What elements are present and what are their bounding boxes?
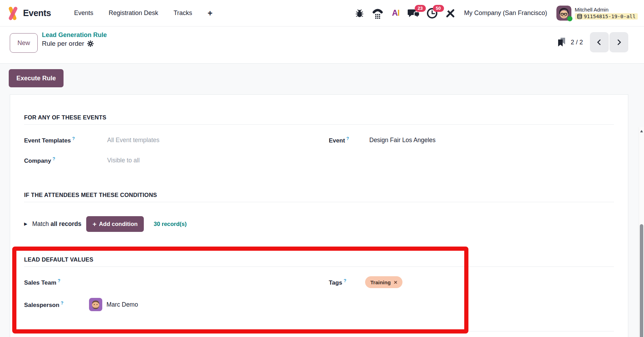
event-templates-field[interactable]: All Event templates — [107, 137, 160, 144]
phone-icon — [372, 8, 383, 19]
control-panel: New Lead Generation Rule Rule per order — [0, 27, 644, 64]
company-field[interactable]: Visible to all — [107, 157, 140, 164]
breadcrumb: Lead Generation Rule Rule per order — [42, 31, 107, 48]
ai-assistant-icon[interactable]: AI — [388, 6, 404, 21]
breadcrumb-parent-link[interactable]: Lead Generation Rule — [42, 31, 107, 39]
scrollbar[interactable] — [639, 127, 644, 337]
app-window: Events Events Registration Desk Tracks + — [0, 0, 644, 337]
plus-icon[interactable]: + — [208, 9, 213, 17]
navbar-systray: AI 23 50 — [352, 6, 638, 21]
scroll-up-arrow[interactable] — [640, 130, 643, 132]
field-row-event-templates: Event Templates? All Event templates — [24, 133, 329, 147]
database-name: 91154815-19-0-all — [584, 14, 636, 19]
pager-zone: 2 / 2 — [557, 32, 628, 52]
menu-item-tracks[interactable]: Tracks — [173, 9, 192, 17]
support-tools-button[interactable] — [443, 6, 458, 21]
ai-icon: AI — [392, 8, 399, 18]
salesperson-field[interactable]: Marc Demo — [106, 301, 138, 308]
company-switcher[interactable]: My Company (San Francisco) — [464, 9, 547, 17]
salesperson-label: Salesperson? — [24, 301, 89, 309]
tools-icon — [445, 8, 456, 19]
top-navbar: Events Events Registration Desk Tracks + — [0, 0, 644, 27]
tag-label: Training — [370, 279, 391, 285]
section-title-conditions: IF THE ATTENDEES MEET THESE CONDITIONS — [24, 192, 614, 198]
field-row-event: Event? Design Fair Los Angeles — [329, 133, 614, 147]
app-name: Events — [23, 8, 51, 18]
debug-bug-icon[interactable] — [352, 6, 367, 21]
plus-icon: + — [92, 221, 96, 227]
pager-value[interactable]: 2 / 2 — [571, 39, 583, 46]
form-sheet: FOR ANY OF THESE EVENTS Event Templates?… — [10, 94, 628, 337]
menu-item-events[interactable]: Events — [74, 9, 93, 17]
section-title-events: FOR ANY OF THESE EVENTS — [24, 114, 614, 121]
match-records-text: Match all records — [32, 220, 81, 228]
user-name: Mitchell Admin — [575, 7, 638, 13]
section-title-lead-defaults: LEAD DEFAULT VALUES — [24, 256, 614, 263]
bookmark-icon[interactable] — [557, 37, 566, 47]
new-button[interactable]: New — [10, 33, 38, 53]
database-icon — [577, 14, 582, 19]
database-badge: 91154815-19-0-all — [575, 13, 638, 20]
salesperson-avatar — [89, 298, 102, 311]
voip-phone-icon[interactable] — [370, 6, 385, 21]
record-count-link[interactable]: 30 record(s) — [154, 221, 186, 227]
menu-item-registration-desk[interactable]: Registration Desk — [109, 9, 158, 17]
help-icon: ? — [343, 278, 346, 283]
event-templates-label: Event Templates? — [24, 136, 107, 144]
sales-team-label: Sales Team? — [24, 278, 107, 286]
content-area: Execute Rule FOR ANY OF THESE EVENTS Eve… — [0, 64, 644, 337]
apps-menu-button[interactable]: Events — [6, 6, 51, 21]
main-menu: Events Registration Desk Tracks + — [74, 9, 212, 17]
execute-rule-button[interactable]: Execute Rule — [9, 69, 64, 87]
event-label: Event? — [329, 136, 369, 144]
help-icon: ? — [52, 156, 55, 161]
pager-previous-button[interactable] — [590, 32, 609, 52]
tags-label: Tags? — [329, 278, 365, 286]
breadcrumb-current: Rule per order — [42, 39, 84, 48]
chevron-left-icon — [596, 39, 603, 46]
section-divider — [24, 331, 614, 331]
chevron-right-icon — [615, 39, 622, 46]
help-icon: ? — [58, 278, 60, 283]
event-field[interactable]: Design Fair Los Angeles — [369, 137, 436, 144]
user-avatar — [556, 6, 571, 21]
bug-icon — [355, 8, 364, 18]
field-row-salesperson: Salesperson? Marc Demo — [24, 298, 614, 312]
section-divider — [24, 202, 614, 202]
help-icon: ? — [61, 301, 64, 306]
events-app-icon — [6, 6, 20, 21]
user-menu[interactable]: Mitchell Admin 91154815-19-0-all — [556, 6, 638, 21]
tag-training[interactable]: Training × — [365, 276, 402, 288]
scrollbar-thumb[interactable] — [640, 224, 643, 337]
section-divider — [24, 266, 614, 267]
caret-right-icon[interactable]: ▶ — [24, 221, 27, 226]
field-row-tags: Tags? Training × — [329, 275, 614, 289]
field-row-company: Company? Visible to all — [24, 153, 329, 167]
help-icon: ? — [346, 136, 349, 141]
field-row-sales-team: Sales Team? — [24, 275, 329, 289]
domain-row: ▶ Match all records + Add condition 30 r… — [24, 216, 614, 232]
close-icon[interactable]: × — [394, 279, 397, 285]
section-divider — [24, 124, 614, 125]
pager-next-button[interactable] — [609, 32, 628, 52]
gear-icon[interactable] — [87, 40, 94, 47]
messages-menu[interactable]: 23 — [406, 6, 422, 21]
help-icon: ? — [72, 136, 75, 141]
company-label: Company? — [24, 156, 107, 164]
activities-menu[interactable]: 50 — [424, 6, 440, 21]
online-status-dot — [567, 16, 572, 21]
add-condition-button[interactable]: + Add condition — [86, 216, 144, 232]
